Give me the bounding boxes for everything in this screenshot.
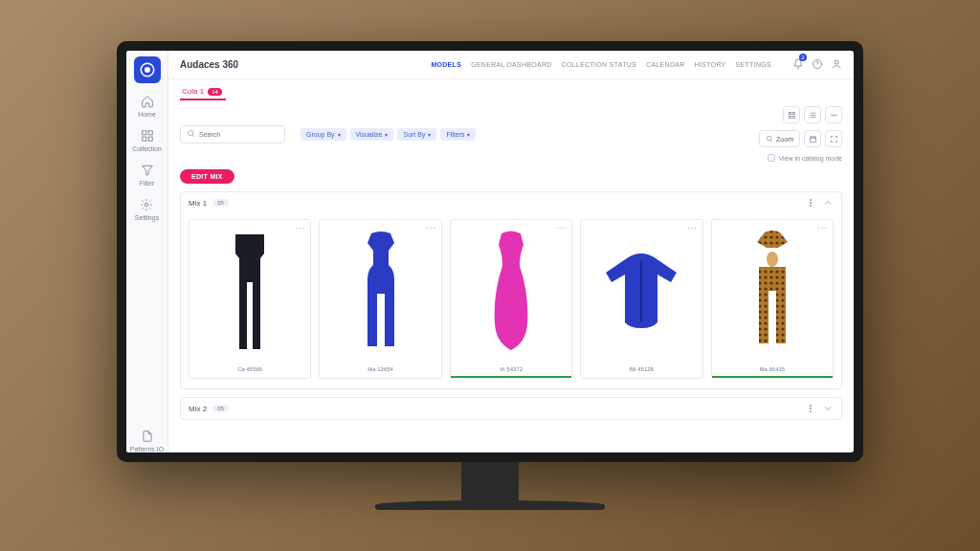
svg-rect-12	[789, 116, 791, 118]
svg-point-9	[189, 130, 193, 135]
account-button[interactable]	[831, 56, 842, 74]
list-icon	[809, 111, 817, 120]
sidebar-item-settings[interactable]: Settings	[135, 198, 159, 221]
nav-settings[interactable]: SETTINGS	[736, 61, 771, 68]
content-area: Cola 1 14 Group By▾ Visualize▾	[168, 79, 854, 452]
svg-point-21	[810, 205, 812, 207]
mix-block-2: Mix 2 05	[180, 397, 842, 420]
model-label: Ma 12654	[320, 364, 440, 376]
home-icon	[141, 95, 154, 109]
user-icon	[831, 58, 842, 70]
checkbox-icon	[768, 154, 775, 162]
catalog-mode-toggle[interactable]: View in catalog mode	[768, 154, 842, 162]
model-label: Ma 65415	[712, 364, 833, 376]
gear-icon	[140, 198, 153, 212]
chevron-down-icon: ▾	[385, 131, 388, 138]
svg-rect-18	[810, 136, 815, 142]
chip-visualize[interactable]: Visualize▾	[350, 128, 394, 141]
model-card[interactable]: ··· Vt 54372	[450, 219, 572, 379]
status-approved	[712, 376, 833, 378]
chevron-down-icon: ▾	[467, 131, 470, 138]
svg-point-16	[835, 114, 836, 115]
tab-label: Cola 1	[182, 87, 204, 96]
sidebar-item-filter[interactable]: Filter	[140, 164, 155, 187]
card-more-icon[interactable]: ···	[687, 223, 698, 232]
app-screen: Home Collection Filter Settings	[126, 51, 854, 452]
garment-thumb	[320, 220, 440, 364]
zoom-button[interactable]: Zoom	[759, 130, 800, 147]
svg-point-19	[810, 199, 812, 201]
model-card[interactable]: ··· Ca 45565	[189, 219, 311, 379]
card-more-icon[interactable]: ···	[557, 223, 568, 232]
app-logo[interactable]	[134, 56, 161, 83]
edit-mix-button[interactable]: EDIT MIX	[180, 169, 234, 184]
nav-general-dashboard[interactable]: GENERAL DASHBOARD	[471, 61, 552, 68]
nav-calendar[interactable]: CALENDAR	[646, 61, 685, 68]
help-button[interactable]	[812, 56, 823, 74]
search-box[interactable]	[180, 125, 285, 143]
model-card[interactable]: ··· Ma 12654	[319, 219, 441, 379]
sidebar-item-label: Filter	[140, 180, 155, 187]
svg-point-15	[833, 114, 834, 115]
view-more-button[interactable]	[825, 106, 842, 123]
mix-count: 05	[212, 405, 229, 412]
sidebar-item-label: Settings	[135, 214, 159, 221]
nav-models[interactable]: MODELS	[431, 61, 461, 68]
main-panel: Audaces 360 MODELS GENERAL DASHBOARD COL…	[168, 51, 854, 452]
svg-rect-5	[148, 137, 152, 141]
sidebar-item-label: Collection	[132, 145, 162, 152]
chip-filters[interactable]: Filters▾	[440, 128, 476, 141]
svg-point-27	[810, 410, 812, 412]
notifications-button[interactable]: 2	[792, 56, 804, 74]
nav-history[interactable]: HISTORY	[695, 61, 726, 68]
chevron-up-icon[interactable]	[822, 197, 834, 209]
app-title: Audaces 360	[180, 59, 238, 70]
garment-thumb	[189, 220, 310, 364]
collection-tabs: Cola 1 14	[180, 87, 842, 100]
garment-thumb	[712, 220, 833, 364]
svg-point-6	[145, 203, 149, 207]
svg-rect-3	[148, 131, 152, 135]
sidebar-item-home[interactable]: Home	[138, 95, 156, 118]
model-label: Ca 45565	[189, 364, 310, 376]
help-icon	[812, 58, 823, 70]
zoom-icon	[766, 135, 773, 143]
card-more-icon[interactable]: ···	[818, 223, 829, 232]
svg-rect-11	[792, 112, 794, 114]
card-more-icon[interactable]: ···	[296, 223, 306, 232]
left-sidebar: Home Collection Filter Settings	[126, 51, 168, 452]
model-label: Vt 54372	[451, 364, 571, 376]
view-list-button[interactable]	[804, 106, 821, 123]
tab-count: 14	[208, 88, 222, 96]
calendar-button[interactable]	[804, 130, 821, 147]
garment-thumb	[581, 220, 702, 364]
sidebar-item-collection[interactable]: Collection	[132, 129, 162, 152]
sidebar-item-patterns[interactable]: Patterns.IO	[130, 430, 164, 452]
search-input[interactable]	[199, 131, 283, 138]
model-card[interactable]: ··· Ma 654	[711, 219, 834, 379]
chevron-down-icon[interactable]	[822, 403, 834, 414]
svg-point-8	[835, 60, 838, 64]
tab-active[interactable]: Cola 1 14	[180, 87, 226, 100]
expand-button[interactable]	[825, 130, 842, 147]
view-grid-button[interactable]	[783, 106, 800, 123]
svg-rect-2	[142, 131, 145, 135]
chip-sort-by[interactable]: Sort By▾	[397, 128, 436, 141]
calendar-icon	[809, 135, 817, 143]
svg-point-14	[831, 114, 832, 115]
nav-collection-status[interactable]: COLLECTION STATUS	[562, 61, 636, 68]
top-bar: Audaces 360 MODELS GENERAL DASHBOARD COL…	[168, 51, 854, 79]
svg-point-1	[145, 67, 150, 73]
card-more-icon[interactable]: ···	[426, 223, 436, 232]
toolbar: Group By▾ Visualize▾ Sort By▾ Filters▾	[180, 106, 842, 162]
file-icon	[141, 430, 154, 444]
svg-rect-13	[792, 116, 794, 118]
grid-icon	[141, 129, 154, 143]
top-nav: MODELS GENERAL DASHBOARD COLLECTION STAT…	[431, 61, 771, 68]
svg-rect-10	[789, 112, 791, 114]
more-vertical-icon[interactable]	[805, 197, 816, 209]
mix-block-1: Mix 1 05 ···	[180, 191, 842, 389]
more-vertical-icon[interactable]	[805, 403, 816, 414]
model-card[interactable]: ··· Bil 45128	[580, 219, 702, 379]
chip-group-by[interactable]: Group By▾	[301, 128, 346, 141]
